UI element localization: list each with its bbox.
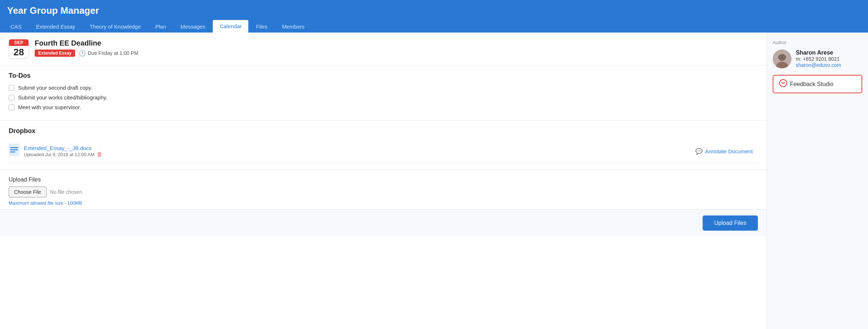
todos-title: To-Dos: [9, 72, 758, 80]
app-header: Year Group Manager CAS Extended Essay Th…: [0, 0, 868, 33]
feedback-studio-button[interactable]: Feedback Studio: [773, 75, 862, 93]
todo-label-2: Submit your works cited/bibliography.: [18, 94, 107, 101]
file-input-row: Choose File No file chosen: [9, 187, 758, 197]
tab-theory-of-knowledge[interactable]: Theory of Knowledge: [83, 20, 148, 33]
upload-label: Upload Files: [9, 176, 758, 183]
tab-members[interactable]: Members: [275, 20, 312, 33]
date-day: 28: [9, 46, 29, 58]
file-details: Extended_Essay_-_JB.docx Uploaded Jul 9,…: [24, 145, 690, 158]
todo-label-1: Submit your second draft copy.: [18, 85, 92, 91]
author-phone: m: +852 9201 8021: [796, 56, 862, 62]
svg-rect-2: [10, 149, 18, 150]
date-month: SEP: [9, 39, 29, 46]
choose-file-button[interactable]: Choose File: [9, 187, 47, 197]
event-card: SEP 28 Fourth EE Deadline Extended Essay…: [0, 33, 767, 65]
todo-item: Meet with your supervisor.: [9, 104, 758, 110]
tab-calendar[interactable]: Calendar: [213, 20, 248, 33]
file-doc-icon: [9, 144, 19, 159]
upload-section: Upload Files Choose File No file chosen …: [0, 170, 767, 209]
main-layout: SEP 28 Fourth EE Deadline Extended Essay…: [0, 33, 868, 329]
tab-plan[interactable]: Plan: [148, 20, 173, 33]
upload-files-button[interactable]: Upload Files: [703, 215, 758, 231]
author-label: Author: [773, 40, 862, 45]
svg-rect-3: [10, 151, 15, 153]
todos-section: To-Dos Submit your second draft copy. Su…: [0, 65, 767, 121]
feedback-studio-icon: [779, 79, 787, 89]
author-info: Sharon Arese m: +852 9201 8021 sharon@ed…: [796, 50, 862, 68]
tab-extended-essay[interactable]: Extended Essay: [29, 20, 82, 33]
file-item: Extended_Essay_-_JB.docx Uploaded Jul 9,…: [9, 140, 758, 163]
svg-point-12: [784, 82, 785, 83]
clock-icon: 🕐: [79, 50, 86, 57]
todo-checkbox-3[interactable]: [9, 104, 14, 110]
todo-checkbox-1[interactable]: [9, 85, 14, 91]
tab-files[interactable]: Files: [249, 20, 274, 33]
dropbox-title: Dropbox: [9, 127, 758, 135]
bottom-bar: Upload Files: [0, 209, 767, 236]
event-info: Fourth EE Deadline Extended Essay 🕐 Due …: [35, 39, 758, 57]
no-file-text: No file chosen: [50, 189, 82, 195]
sidebar: Author Sharon Arese m: +852 9201 8021 sh…: [767, 33, 868, 329]
date-badge: SEP 28: [9, 39, 29, 59]
author-name: Sharon Arese: [796, 50, 862, 56]
event-meta: Extended Essay 🕐 Due Friday at 1:00 PM: [35, 50, 758, 57]
annotate-document-button[interactable]: 💬 Annotate Document: [690, 146, 758, 157]
todo-item: Submit your second draft copy.: [9, 85, 758, 91]
main-nav: CAS Extended Essay Theory of Knowledge P…: [0, 20, 868, 33]
feedback-studio-label: Feedback Studio: [790, 81, 833, 87]
dropbox-section: Dropbox Extended_Essay_-_JB.docx Uploade…: [0, 121, 767, 170]
file-date: Uploaded Jul 9, 2018 at 12:00 AM 🗑: [24, 151, 690, 158]
app-title: Year Group Manager: [0, 0, 868, 20]
avatar: [773, 50, 791, 68]
tab-messages[interactable]: Messages: [174, 20, 212, 33]
author-card: Sharon Arese m: +852 9201 8021 sharon@ed…: [773, 50, 862, 68]
tab-cas[interactable]: CAS: [4, 20, 29, 33]
annotate-icon: 💬: [695, 148, 703, 155]
author-email[interactable]: sharon@eduvo.com: [796, 62, 841, 68]
delete-file-icon[interactable]: 🗑: [97, 151, 103, 158]
todo-checkbox-2[interactable]: [9, 95, 14, 101]
todo-label-3: Meet with your supervisor.: [18, 104, 81, 110]
file-name[interactable]: Extended_Essay_-_JB.docx: [24, 145, 690, 151]
content-area: SEP 28 Fourth EE Deadline Extended Essay…: [0, 33, 767, 329]
todo-item: Submit your works cited/bibliography.: [9, 94, 758, 101]
svg-rect-1: [10, 147, 18, 148]
max-size-label: Maximum allowed file size - 100MB: [9, 200, 758, 206]
event-title: Fourth EE Deadline: [35, 39, 758, 47]
svg-point-11: [782, 82, 782, 83]
event-due: 🕐 Due Friday at 1:00 PM: [79, 50, 138, 57]
event-tag: Extended Essay: [35, 50, 75, 57]
